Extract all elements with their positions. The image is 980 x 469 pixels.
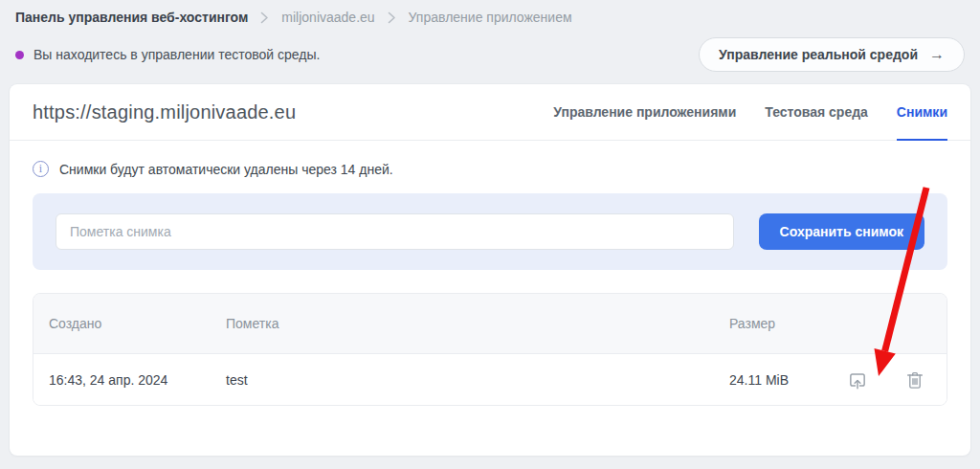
manage-live-environment-label: Управление реальной средой [719, 47, 918, 62]
snapshot-retention-text: Снимки будут автоматически удалены через… [59, 162, 393, 177]
staging-notice-row: Вы находитесь в управлении тестовой сред… [0, 36, 980, 73]
create-snapshot-panel: Сохранить снимок [33, 193, 947, 270]
snapshot-label-input[interactable] [56, 213, 734, 250]
card-header: https://staging.miljonivaade.eu Управлен… [10, 84, 970, 141]
delete-snapshot-button[interactable] [904, 369, 925, 391]
row-actions [835, 369, 931, 391]
page: { "breadcrumb": { "items": [ { "label": … [0, 0, 980, 469]
tab-staging-environment[interactable]: Тестовая среда [765, 84, 868, 141]
staging-indicator-dot-icon [15, 51, 24, 59]
breadcrumb-item-app-management: Управление приложением [409, 10, 572, 25]
tab-snapshots[interactable]: Снимки [897, 84, 947, 141]
info-icon: i [33, 161, 49, 177]
chevron-right-icon [388, 11, 396, 24]
table-row: 16:43, 24 апр. 2024 test 24.11 MiB [33, 354, 947, 405]
breadcrumb: Панель управления веб-хостингом miljoniv… [0, 0, 980, 29]
column-header-created: Создано [49, 316, 226, 331]
breadcrumb-item-domain[interactable]: miljonivaade.eu [281, 10, 374, 25]
column-header-label: Пометка [226, 316, 729, 331]
arrow-right-icon: → [929, 46, 945, 63]
tab-application-management[interactable]: Управление приложениями [553, 84, 736, 141]
restore-snapshot-button[interactable] [847, 369, 868, 391]
snapshots-table: Создано Пометка Размер 16:43, 24 апр. 20… [33, 293, 947, 406]
chevron-right-icon [260, 11, 269, 24]
breadcrumb-item-dashboard[interactable]: Панель управления веб-хостингом [15, 10, 248, 25]
manage-live-environment-button[interactable]: Управление реальной средой → [699, 37, 965, 72]
staging-notice: Вы находитесь в управлении тестовой сред… [15, 47, 320, 62]
snapshot-size-cell: 24.11 MiB [729, 372, 835, 388]
staging-card: https://staging.miljonivaade.eu Управлен… [10, 84, 970, 456]
snapshots-table-header: Создано Пометка Размер [33, 294, 947, 354]
snapshot-label-cell: test [226, 372, 729, 388]
card-tabs: Управление приложениями Тестовая среда С… [553, 84, 947, 140]
staging-url-title: https://staging.miljonivaade.eu [33, 101, 296, 123]
save-snapshot-button[interactable]: Сохранить снимок [759, 213, 924, 250]
snapshot-retention-info: i Снимки будут автоматически удалены чер… [10, 141, 970, 177]
staging-notice-text: Вы находитесь в управлении тестовой сред… [33, 47, 320, 62]
snapshot-created-cell: 16:43, 24 апр. 2024 [49, 372, 226, 388]
column-header-size: Размер [729, 316, 835, 331]
